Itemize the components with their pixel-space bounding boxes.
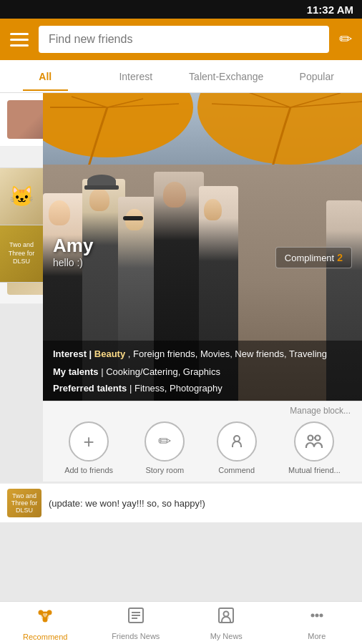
manage-block-text[interactable]: Manage block... bbox=[43, 401, 362, 419]
commend-button[interactable]: Commend bbox=[217, 421, 257, 474]
content-area: Danae New friends, Shopping and Octob...… bbox=[0, 93, 362, 601]
left-strip: 🐱 Two and Three for DLSU bbox=[0, 147, 43, 283]
avatar: 🐱 bbox=[0, 168, 43, 225]
profile-details: Interest | Beauty , Foreign friends, Mov… bbox=[43, 341, 362, 401]
search-input[interactable] bbox=[39, 26, 329, 53]
svg-point-20 bbox=[319, 613, 323, 617]
compliment-count: 2 bbox=[337, 252, 343, 263]
mutual-friends-button[interactable]: Mutual friend... bbox=[288, 421, 341, 474]
nav-my-news[interactable]: My News bbox=[181, 602, 272, 644]
avatar bbox=[7, 100, 46, 139]
compliment-label: Compliment bbox=[285, 253, 334, 263]
bottom-nav: Recommend Friends News My News bbox=[0, 601, 362, 644]
time-display: 11:32 AM bbox=[307, 4, 353, 16]
toolbar: ✏ bbox=[0, 19, 362, 60]
status-bar: 11:32 AM bbox=[0, 0, 362, 19]
nav-my-news-label: My News bbox=[210, 632, 243, 640]
commend-label: Commend bbox=[218, 466, 255, 474]
svg-rect-16 bbox=[219, 608, 233, 623]
svg-point-0 bbox=[43, 93, 193, 157]
svg-point-18 bbox=[310, 613, 314, 617]
my-news-icon bbox=[217, 606, 235, 629]
nav-friends-news[interactable]: Friends News bbox=[91, 602, 182, 644]
svg-point-4 bbox=[315, 436, 321, 441]
recommend-icon bbox=[35, 605, 55, 630]
tab-talent-exchange[interactable]: Talent-Exchange bbox=[181, 62, 272, 91]
mutual-friends-label: Mutual friend... bbox=[288, 466, 341, 474]
filter-tabs: All Interest Talent-Exchange Popular bbox=[0, 60, 362, 93]
avatar: Two and Three for DLSU bbox=[0, 225, 43, 283]
add-friends-icon: + bbox=[69, 421, 109, 462]
tab-interest[interactable]: Interest bbox=[91, 62, 182, 91]
friends-news-icon bbox=[127, 606, 145, 629]
story-room-button[interactable]: ✏ Story room bbox=[145, 421, 185, 474]
nav-more-label: More bbox=[308, 632, 326, 640]
mutual-friends-icon bbox=[294, 421, 334, 462]
nav-more[interactable]: More bbox=[272, 602, 363, 644]
svg-point-2 bbox=[234, 436, 240, 441]
profile-overlay: Amy hello :) Compliment 2 Interest | Bea… bbox=[43, 93, 362, 601]
profile-name: Amy bbox=[53, 235, 93, 257]
action-buttons: + Add to friends ✏ Story room bbox=[43, 419, 362, 482]
commend-icon bbox=[217, 421, 257, 462]
svg-point-19 bbox=[315, 613, 318, 617]
edit-icon[interactable]: ✏ bbox=[336, 27, 355, 52]
svg-point-17 bbox=[224, 611, 229, 616]
nav-friends-news-label: Friends News bbox=[112, 632, 160, 640]
add-friends-button[interactable]: + Add to friends bbox=[64, 421, 113, 474]
nav-recommend[interactable]: Recommend bbox=[0, 602, 91, 644]
action-bar: Manage block... + Add to friends ✏ Story… bbox=[43, 401, 362, 482]
profile-image: Amy hello :) Compliment 2 Interest | Bea… bbox=[43, 93, 362, 401]
profile-greeting: hello :) bbox=[53, 257, 93, 268]
tab-all[interactable]: All bbox=[0, 62, 91, 91]
story-room-icon: ✏ bbox=[145, 421, 185, 462]
post-avatar: Two and Three for DLSU bbox=[7, 489, 41, 517]
tab-popular[interactable]: Popular bbox=[272, 62, 363, 91]
menu-button[interactable] bbox=[7, 30, 31, 49]
more-icon bbox=[308, 606, 326, 629]
story-room-label: Story room bbox=[145, 466, 184, 474]
add-friends-label: Add to friends bbox=[64, 466, 113, 474]
nav-recommend-label: Recommend bbox=[23, 633, 67, 641]
compliment-button[interactable]: Compliment 2 bbox=[275, 247, 352, 268]
